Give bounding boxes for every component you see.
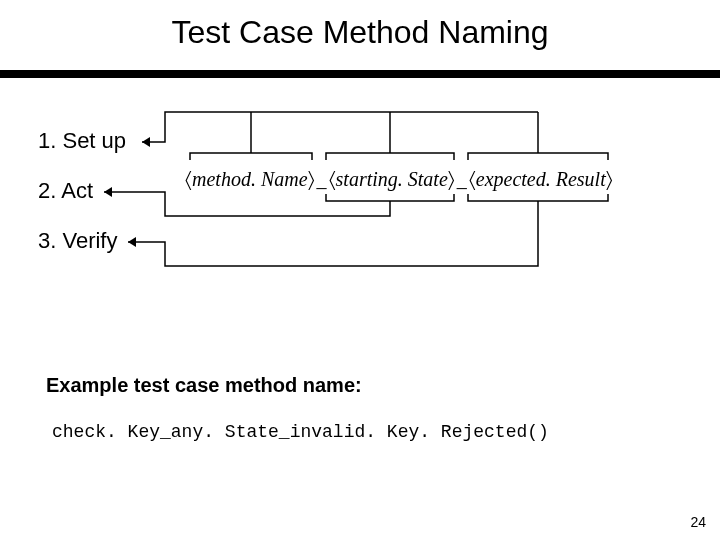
steps-list: 1. Set up 2. Act 3. Verify xyxy=(38,130,126,280)
bracket-top-method-icon xyxy=(190,153,312,160)
slide: Test Case Method Naming 1. Set up 2. Act… xyxy=(0,0,720,540)
example-label: Example test case method name: xyxy=(46,374,362,397)
formula-part-state: starting. State xyxy=(336,168,448,190)
bracket-open-icon: 〈 xyxy=(329,168,336,190)
separator: _ xyxy=(455,168,469,190)
bracket-close-icon: 〉 xyxy=(308,168,315,190)
arrow-to-verify xyxy=(128,201,538,266)
bracket-bot-state-icon xyxy=(326,194,454,201)
bracket-close-icon: 〉 xyxy=(448,168,455,190)
naming-formula: 〈method. Name〉_〈starting. State〉_〈expect… xyxy=(185,168,613,191)
step-setup: 1. Set up xyxy=(38,130,126,152)
slide-title: Test Case Method Naming xyxy=(0,14,720,51)
arrowhead-verify-icon xyxy=(128,237,136,247)
arrow-to-setup xyxy=(142,112,251,142)
formula-part-method: method. Name xyxy=(192,168,308,190)
bracket-top-result-icon xyxy=(468,153,608,160)
arrow-to-act xyxy=(104,192,390,216)
step-act: 2. Act xyxy=(38,180,126,202)
example-code: check. Key_any. State_invalid. Key. Reje… xyxy=(52,422,549,442)
bracket-open-icon: 〈 xyxy=(185,168,192,190)
arrowhead-setup-icon xyxy=(142,137,150,147)
formula-part-result: expected. Result xyxy=(476,168,606,190)
step-verify: 3. Verify xyxy=(38,230,126,252)
bracket-open-icon: 〈 xyxy=(469,168,476,190)
page-number: 24 xyxy=(690,514,706,530)
title-rule xyxy=(0,70,720,78)
bracket-close-icon: 〉 xyxy=(606,168,613,190)
bracket-top-state-icon xyxy=(326,153,454,160)
bracket-bot-result-icon xyxy=(468,194,608,201)
separator: _ xyxy=(315,168,329,190)
